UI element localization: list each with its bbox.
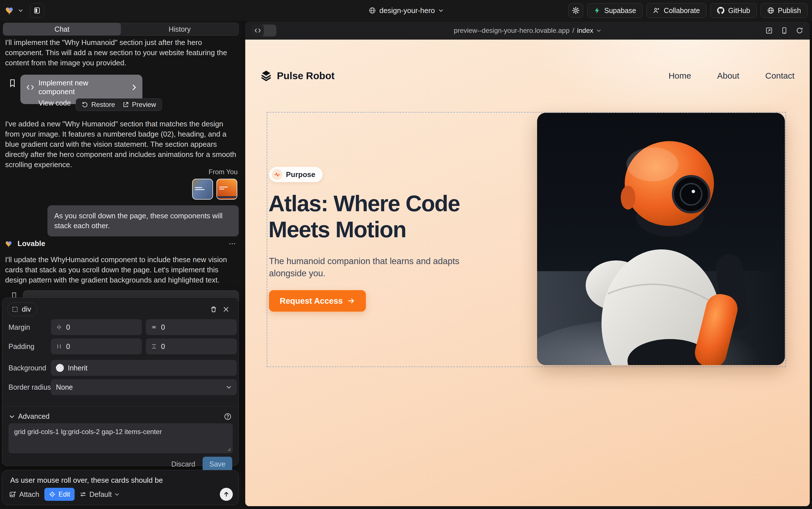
transparency-swatch-icon (56, 364, 64, 372)
mobile-view-icon[interactable] (780, 27, 788, 34)
edit-mode-button[interactable]: Edit (44, 488, 75, 501)
element-tag: div (22, 305, 31, 314)
chat-tabs: Chat History (3, 23, 239, 36)
code-view-icon[interactable] (252, 25, 264, 36)
preview-button[interactable]: Preview (122, 101, 156, 109)
advanced-section-label[interactable]: Advanced (18, 412, 49, 420)
restore-icon (82, 101, 88, 108)
site-logo[interactable]: Pulse Robot (260, 70, 334, 82)
padding-x-input[interactable]: 0 (51, 338, 142, 354)
preview-domain: preview--design-your-hero.lovable.app (454, 27, 569, 34)
code-preview-toggle[interactable] (252, 25, 276, 36)
chevron-right-icon (132, 84, 137, 91)
save-button[interactable]: Save (202, 457, 232, 472)
hero-heading: Atlas: Where Code Meets Motion (268, 191, 460, 243)
background-input[interactable]: Inherit (51, 360, 237, 376)
attachment-thumbnail-orange[interactable] (216, 179, 237, 200)
open-external-icon (122, 101, 129, 108)
restore-button[interactable]: Restore (82, 101, 115, 109)
model-selector[interactable]: Default (80, 490, 119, 499)
margin-label: Margin (8, 323, 30, 331)
bookmark-icon[interactable] (8, 79, 17, 88)
from-you-label: From You (209, 168, 237, 176)
tailwind-classes-textarea[interactable]: grid grid-cols-1 lg:grid-cols-2 gap-12 i… (8, 423, 233, 453)
sliders-icon (80, 491, 86, 498)
margin-y-input[interactable]: 0 (146, 319, 237, 335)
globe-icon (369, 7, 376, 14)
delete-element-button[interactable] (208, 303, 220, 315)
chevron-down-icon (226, 384, 232, 390)
sidebar-toggle-button[interactable] (30, 3, 44, 18)
attach-image-icon (9, 490, 16, 498)
chevron-down-icon (438, 8, 443, 13)
brand-name: Pulse Robot (277, 70, 334, 81)
layers-logo-icon (260, 70, 272, 82)
chevron-down-icon (114, 492, 119, 497)
site-canvas: Pulse Robot Home About Contact Purpose A… (245, 40, 810, 506)
pulse-icon (272, 169, 283, 180)
preview-pane: preview--design-your-hero.lovable.app / … (245, 22, 810, 506)
padding-x-icon (56, 343, 62, 349)
crosshair-icon (49, 491, 56, 498)
more-options-icon[interactable] (228, 240, 236, 248)
project-name: design-your-hero (379, 6, 435, 15)
site-nav: Home About Contact (668, 71, 795, 80)
tab-chat[interactable]: Chat (3, 23, 121, 35)
selected-element-pill[interactable]: div (7, 302, 37, 316)
chat-composer[interactable]: As user mouse roll over, these cards sho… (2, 470, 239, 505)
supabase-button[interactable]: Supabase (587, 3, 643, 18)
assistant-message-1: I'll implement the "Why Humanoid" sectio… (5, 37, 236, 68)
tool-title: Implement new component (38, 79, 124, 96)
supabase-icon (594, 7, 601, 14)
close-panel-button[interactable] (220, 303, 232, 315)
padding-y-icon (151, 343, 157, 349)
tab-history[interactable]: History (121, 23, 239, 35)
chevron-down-icon[interactable] (9, 414, 15, 419)
margin-x-input[interactable]: 0 (51, 319, 142, 335)
help-icon[interactable] (224, 413, 232, 420)
arrow-right-icon (347, 297, 355, 305)
github-button[interactable]: GitHub (710, 3, 756, 18)
publish-button[interactable]: Publish (761, 3, 808, 18)
request-access-button[interactable]: Request Access (269, 290, 366, 312)
attachment-thumbnail-blue[interactable] (192, 179, 213, 200)
lovable-logo-icon[interactable] (5, 5, 15, 15)
margin-x-icon (56, 324, 62, 330)
composer-input[interactable]: As user mouse roll over, these cards sho… (10, 476, 230, 485)
refresh-icon[interactable] (796, 27, 804, 34)
padding-y-input[interactable]: 0 (146, 338, 237, 354)
chevron-down-icon (596, 28, 601, 33)
app-topbar: design-your-hero Supabase Collaborate Gi… (0, 0, 812, 21)
hero-subheading: The humanoid companion that learns and a… (269, 255, 459, 279)
preview-page: index (577, 27, 593, 34)
lovable-heart-icon (5, 239, 13, 248)
border-radius-select[interactable]: None (51, 379, 237, 395)
code-icon (26, 84, 34, 91)
collaborate-icon (653, 7, 660, 14)
nav-home[interactable]: Home (668, 71, 691, 80)
discard-button[interactable]: Discard (171, 460, 195, 468)
attach-button[interactable]: Attach (9, 490, 39, 499)
purpose-badge: Purpose (269, 167, 323, 182)
border-radius-label: Border radius (8, 383, 51, 392)
github-icon (717, 6, 725, 14)
resize-handle[interactable] (226, 446, 231, 451)
publish-globe-icon (767, 7, 774, 14)
dashed-box-icon (11, 306, 19, 313)
user-message-bubble: As you scroll down the page, these compo… (47, 205, 239, 236)
chevron-down-icon[interactable] (18, 8, 23, 13)
preview-url[interactable]: preview--design-your-hero.lovable.app / … (454, 27, 601, 34)
padding-label: Padding (8, 342, 34, 351)
send-button[interactable] (220, 488, 233, 501)
nav-contact[interactable]: Contact (765, 71, 795, 80)
assistant-name: Lovable (17, 239, 45, 248)
margin-y-icon (151, 324, 157, 330)
background-label: Background (8, 364, 46, 372)
open-in-new-tab-icon[interactable] (765, 27, 773, 34)
settings-button[interactable] (568, 3, 583, 18)
nav-about[interactable]: About (717, 71, 739, 80)
collaborate-button[interactable]: Collaborate (647, 3, 706, 18)
hero-robot-image (537, 113, 785, 365)
project-switcher[interactable]: design-your-hero (369, 0, 444, 21)
element-inspector-panel: div Margin 0 0 Padding 0 0 Back (2, 298, 239, 466)
